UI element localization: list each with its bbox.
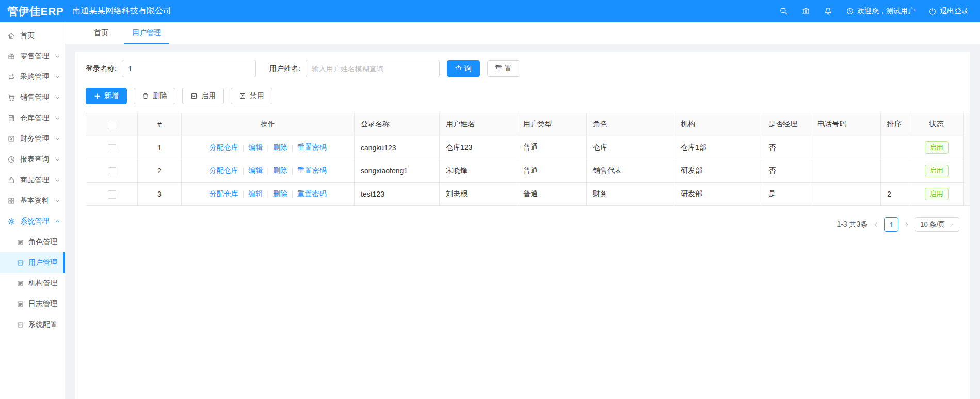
add-button[interactable]: 新增 [86,88,127,104]
cell-role: 销售代表 [587,159,674,183]
app-logo[interactable]: 管伊佳ERP [0,4,65,19]
col-login: 登录名称 [355,113,440,136]
top-header: 管伊佳ERP 南通某某网络科技有限公司 欢迎您，测试用户 [0,0,980,22]
delete-link[interactable]: 删除 [272,166,288,175]
cart-icon [7,93,15,102]
sidebar-item-label: 系统配置 [28,320,57,329]
chevron-down-icon [55,74,60,80]
tab-user-management[interactable]: 用户管理 [124,22,169,44]
chevron-down-icon [55,54,60,59]
sidebar-item-reports[interactable]: 报表查询 [0,149,65,170]
delete-button[interactable]: 删除 [134,88,175,104]
logout-button[interactable]: 退出登录 [928,7,969,16]
delete-link[interactable]: 删除 [272,143,288,152]
sidebar-item-retail[interactable]: 零售管理 [0,46,65,67]
assign-warehouse-link[interactable]: 分配仓库 [208,143,239,152]
gear-icon [7,217,15,226]
select-all-checkbox[interactable] [108,121,116,129]
cell-type: 普通 [517,159,587,183]
prev-page-button[interactable] [873,221,879,228]
bell-icon[interactable] [824,7,832,15]
col-role: 角色 [587,113,674,136]
file-list-icon [17,321,24,329]
status-badge[interactable]: 启用 [925,165,949,177]
edit-link[interactable]: 编辑 [247,189,264,199]
page-number-button[interactable]: 1 [884,217,898,232]
tab-home[interactable]: 首页 [86,22,117,44]
status-badge[interactable]: 启用 [925,188,949,200]
reset-password-link[interactable]: 重置密码 [296,143,327,152]
assign-warehouse-link[interactable]: 分配仓库 [208,166,239,175]
sidebar-item-warehouse[interactable]: 仓库管理 [0,108,65,129]
sidebar-item-system[interactable]: 系统管理 [0,211,65,232]
sidebar-item-label: 角色管理 [28,237,57,247]
assign-warehouse-link[interactable]: 分配仓库 [208,189,239,199]
sidebar-item-purchase[interactable]: 采购管理 [0,67,65,87]
chevron-left-icon [873,221,879,228]
edit-link[interactable]: 编辑 [247,166,264,175]
chevron-down-icon [55,198,60,204]
sidebar-item-goods[interactable]: 商品管理 [0,170,65,190]
toolbar: 新增 删除 启用 禁用 [86,88,959,104]
sidebar-item-system-config[interactable]: 系统配置 [0,314,65,335]
cell-phone [811,183,881,206]
user-table-area: # 操作 登录名称 用户姓名 用户类型 角色 机构 是否经理 电话号码 排序 状 [86,113,959,206]
search-icon[interactable] [779,7,788,15]
row-index: 1 [138,136,182,159]
edit-link[interactable]: 编辑 [247,143,264,152]
reset-password-link[interactable]: 重置密码 [296,166,327,175]
chevron-down-icon [55,95,60,101]
cell-role: 财务 [587,183,674,206]
cell-name: 刘老根 [440,183,517,206]
reset-button[interactable]: 重 置 [487,60,520,77]
sidebar-item-basic-data[interactable]: 基本资料 [0,190,65,211]
sidebar-item-finance[interactable]: 财务管理 [0,129,65,149]
table-scrollbar-gutter[interactable] [964,113,970,206]
reset-password-link[interactable]: 重置密码 [296,189,327,199]
main-area: 首页 用户管理 登录名称: 用户姓名: 查 询 重 置 新增 [65,22,980,399]
page-size-select[interactable]: 10 条/页 [915,217,959,232]
sidebar-item-user-management[interactable]: 用户管理 [0,252,65,273]
cell-sort: 2 [881,183,909,206]
disable-button[interactable]: 禁用 [231,88,272,104]
sidebar-item-org-management[interactable]: 机构管理 [0,273,65,294]
login-name-input[interactable] [122,60,256,77]
delete-link[interactable]: 删除 [272,189,288,199]
status-badge[interactable]: 启用 [925,141,949,154]
cell-phone [811,159,881,183]
sidebar-item-role-management[interactable]: 角色管理 [0,232,65,252]
sidebar-item-home[interactable]: 首页 [0,25,65,46]
col-org: 机构 [674,113,762,136]
close-square-icon [239,92,246,100]
next-page-button[interactable] [904,221,910,228]
row-checkbox[interactable] [108,144,116,152]
sidebar-item-label: 系统管理 [20,217,49,226]
sidebar-item-label: 销售管理 [20,93,49,102]
col-actions: 操作 [182,113,355,136]
row-checkbox[interactable] [108,190,116,199]
bank-icon[interactable] [801,7,810,15]
sidebar-item-label: 首页 [20,31,35,40]
table-row: 1 分配仓库| 编辑| 删除| 重置密码 cangku123 仓库123 普通 [86,136,964,159]
sidebar-item-label: 机构管理 [28,279,57,288]
cell-sort [881,159,909,183]
search-form: 登录名称: 用户姓名: 查 询 重 置 [86,60,959,77]
welcome-user[interactable]: 欢迎您，测试用户 [846,7,915,16]
sidebar-item-label: 采购管理 [20,72,49,82]
query-button[interactable]: 查 询 [447,60,480,77]
enable-button[interactable]: 启用 [182,88,224,104]
sidebar-item-sales[interactable]: 销售管理 [0,87,65,108]
row-index: 3 [138,183,182,206]
cell-manager: 是 [762,183,811,206]
chevron-right-icon [904,221,910,228]
row-checkbox[interactable] [108,167,116,175]
col-sort: 排序 [881,113,909,136]
sidebar-item-label: 报表查询 [20,155,49,164]
user-name-input[interactable] [306,60,440,77]
sidebar-item-log-management[interactable]: 日志管理 [0,294,65,314]
company-name: 南通某某网络科技有限公司 [72,6,171,17]
trash-icon [142,92,149,100]
chevron-down-icon [949,222,954,227]
user-table: # 操作 登录名称 用户姓名 用户类型 角色 机构 是否经理 电话号码 排序 状 [86,113,964,206]
logout-text: 退出登录 [940,7,969,16]
